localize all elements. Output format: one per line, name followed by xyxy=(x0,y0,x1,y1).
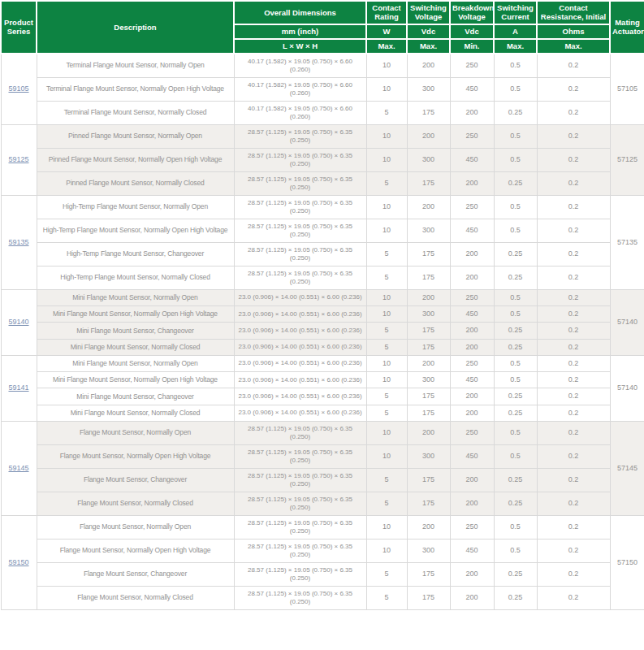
contact-resistance-cell: 0.2 xyxy=(537,289,610,306)
breakdown-voltage-cell: 200 xyxy=(450,242,494,266)
mating-actuator-cell: 57150 xyxy=(610,515,644,609)
table-row: Pinned Flange Mount Sensor, Normally Ope… xyxy=(1,148,644,171)
table-row: Flange Mount Sensor, Normally Open High … xyxy=(1,539,644,562)
header-switching-current-max: Max. xyxy=(494,39,537,54)
breakdown-voltage-cell: 250 xyxy=(450,421,494,444)
product-series-link[interactable]: 59150 xyxy=(8,558,28,566)
contact-rating-cell: 10 xyxy=(366,195,407,219)
description-cell: Mini Flange Mount Sensor, Normally Open … xyxy=(37,372,234,388)
header-contact-resistance-max: Max. xyxy=(537,39,610,54)
switching-voltage-cell: 175 xyxy=(407,323,450,339)
switching-current-cell: 0.5 xyxy=(494,444,537,468)
product-series-cell: 59125 xyxy=(1,124,37,195)
table-row: 59141Mini Flange Mount Sensor, Normally … xyxy=(1,355,644,371)
switching-current-cell: 0.5 xyxy=(494,355,537,371)
switching-voltage-cell: 300 xyxy=(407,372,450,388)
breakdown-voltage-cell: 250 xyxy=(450,515,494,539)
header-breakdown-voltage-unit: Vdc xyxy=(450,24,494,39)
switching-current-cell: 0.25 xyxy=(494,562,537,586)
table-row: Flange Mount Sensor, Changeover28.57 (1.… xyxy=(1,562,644,586)
product-series-cell: 59105 xyxy=(1,54,37,125)
breakdown-voltage-cell: 200 xyxy=(450,171,494,195)
switching-voltage-cell: 300 xyxy=(407,219,450,242)
table-row: Flange Mount Sensor, Normally Closed28.5… xyxy=(1,492,644,515)
breakdown-voltage-cell: 200 xyxy=(450,266,494,289)
switching-current-cell: 0.5 xyxy=(494,306,537,323)
contact-resistance-cell: 0.2 xyxy=(537,101,610,124)
switching-current-cell: 0.5 xyxy=(494,54,537,78)
breakdown-voltage-cell: 200 xyxy=(450,468,494,492)
product-series-link[interactable]: 59105 xyxy=(8,84,28,93)
header-product-series: Product Series xyxy=(1,1,37,54)
header-breakdown-voltage-min: Min. xyxy=(450,39,494,54)
product-series-link[interactable]: 59140 xyxy=(8,318,28,326)
table-row: Mini Flange Mount Sensor, Normally Close… xyxy=(1,339,644,355)
dimensions-cell: 23.0 (0.906) × 14.00 (0.551) × 6.00 (0.2… xyxy=(234,306,366,323)
contact-resistance-cell: 0.2 xyxy=(537,539,610,562)
switching-voltage-cell: 175 xyxy=(407,562,450,586)
table-row: Flange Mount Sensor, Normally Closed28.5… xyxy=(1,586,644,609)
dimensions-cell: 40.17 (1.582) × 19.05 (0.750) × 6.60 (0.… xyxy=(234,54,366,78)
product-series-link[interactable]: 59145 xyxy=(8,464,28,472)
description-cell: Pinned Flange Mount Sensor, Normally Clo… xyxy=(37,171,234,195)
header-dimensions-unit: mm (inch) xyxy=(234,24,366,39)
contact-rating-cell: 5 xyxy=(366,171,407,195)
switching-voltage-cell: 200 xyxy=(407,515,450,539)
contact-rating-cell: 10 xyxy=(366,148,407,171)
switching-current-cell: 0.25 xyxy=(494,492,537,515)
table-row: Mini Flange Mount Sensor, Changeover23.0… xyxy=(1,388,644,405)
product-series-link[interactable]: 59141 xyxy=(8,384,28,392)
description-cell: Flange Mount Sensor, Normally Open xyxy=(37,515,234,539)
switching-current-cell: 0.25 xyxy=(494,405,537,421)
mating-actuator-cell: 57145 xyxy=(610,421,644,515)
product-series-cell: 59140 xyxy=(1,289,37,355)
switching-voltage-cell: 300 xyxy=(407,306,450,323)
breakdown-voltage-cell: 450 xyxy=(450,219,494,242)
contact-resistance-cell: 0.2 xyxy=(537,444,610,468)
description-cell: Flange Mount Sensor, Normally Open High … xyxy=(37,444,234,468)
switching-voltage-cell: 200 xyxy=(407,421,450,444)
contact-rating-cell: 10 xyxy=(366,77,407,101)
header-switching-current: Switching Current xyxy=(494,1,537,24)
description-cell: High-Temp Flange Mount Sensor, Normally … xyxy=(37,219,234,242)
switching-voltage-cell: 300 xyxy=(407,77,450,101)
contact-resistance-cell: 0.2 xyxy=(537,195,610,219)
description-cell: Flange Mount Sensor, Normally Open High … xyxy=(37,539,234,562)
switching-voltage-cell: 175 xyxy=(407,405,450,421)
switching-current-cell: 0.25 xyxy=(494,323,537,339)
description-cell: Terminal Flange Mount Sensor, Normally C… xyxy=(37,101,234,124)
switching-current-cell: 0.25 xyxy=(494,388,537,405)
contact-rating-cell: 5 xyxy=(366,586,407,609)
switching-voltage-cell: 300 xyxy=(407,539,450,562)
contact-resistance-cell: 0.2 xyxy=(537,242,610,266)
switching-current-cell: 0.25 xyxy=(494,242,537,266)
header-switching-current-unit: A xyxy=(494,24,537,39)
description-cell: Pinned Flange Mount Sensor, Normally Ope… xyxy=(37,148,234,171)
breakdown-voltage-cell: 250 xyxy=(450,355,494,371)
table-row: Terminal Flange Mount Sensor, Normally O… xyxy=(1,77,644,101)
breakdown-voltage-cell: 200 xyxy=(450,492,494,515)
contact-resistance-cell: 0.2 xyxy=(537,339,610,355)
product-series-link[interactable]: 59135 xyxy=(8,238,28,246)
switching-voltage-cell: 200 xyxy=(407,355,450,371)
dimensions-cell: 23.0 (0.906) × 14.00 (0.551) × 6.00 (0.2… xyxy=(234,289,366,306)
description-cell: Mini Flange Mount Sensor, Changeover xyxy=(37,388,234,405)
switching-voltage-cell: 175 xyxy=(407,101,450,124)
switching-current-cell: 0.5 xyxy=(494,372,537,388)
table-row: 59135High-Temp Flange Mount Sensor, Norm… xyxy=(1,195,644,219)
table-row: High-Temp Flange Mount Sensor, Changeove… xyxy=(1,242,644,266)
header-contact-resistance-unit: Ohms xyxy=(537,24,610,39)
switching-voltage-cell: 175 xyxy=(407,492,450,515)
switching-current-cell: 0.25 xyxy=(494,586,537,609)
contact-rating-cell: 5 xyxy=(366,339,407,355)
switching-voltage-cell: 175 xyxy=(407,586,450,609)
mating-actuator-cell: 57105 xyxy=(610,54,644,125)
description-cell: Flange Mount Sensor, Normally Open xyxy=(37,421,234,444)
description-cell: Mini Flange Mount Sensor, Normally Open xyxy=(37,355,234,371)
description-cell: Terminal Flange Mount Sensor, Normally O… xyxy=(37,54,234,78)
product-series-link[interactable]: 59125 xyxy=(8,155,28,163)
switching-current-cell: 0.25 xyxy=(494,468,537,492)
contact-rating-cell: 5 xyxy=(366,492,407,515)
header-dimensions-lwh: L × W × H xyxy=(234,39,366,54)
contact-resistance-cell: 0.2 xyxy=(537,219,610,242)
